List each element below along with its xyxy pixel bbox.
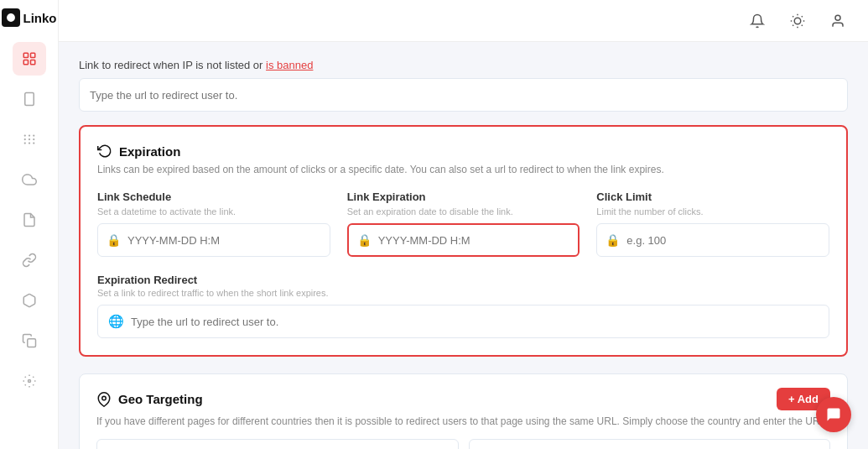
expiration-redirect-label: Expiration Redirect bbox=[97, 274, 829, 286]
topbar bbox=[59, 0, 868, 42]
lock-icon-clicks: 🔒 bbox=[606, 233, 620, 247]
link-schedule-sublabel: Set a datetime to activate the link. bbox=[97, 206, 330, 217]
svg-point-16 bbox=[794, 18, 801, 24]
geo-targeting-section: Geo Targeting + Add If you have differen… bbox=[79, 373, 848, 449]
svg-point-9 bbox=[28, 134, 29, 136]
lock-icon-expiration: 🔒 bbox=[357, 233, 372, 247]
geo-heading: Geo Targeting bbox=[118, 392, 203, 406]
link-expiration-sublabel: Set an expiration date to disable the li… bbox=[347, 206, 580, 217]
link-schedule-field: Link Schedule Set a datetime to activate… bbox=[97, 191, 330, 257]
svg-point-26 bbox=[102, 396, 107, 400]
sidebar-item-dots[interactable] bbox=[13, 123, 46, 156]
link-expiration-input-wrapper: 🔒 bbox=[347, 223, 580, 257]
svg-point-11 bbox=[23, 142, 25, 144]
svg-line-24 bbox=[802, 16, 803, 17]
svg-rect-3 bbox=[30, 60, 34, 65]
sidebar-item-page[interactable] bbox=[13, 203, 46, 237]
click-limit-sublabel: Limit the number of clicks. bbox=[596, 206, 829, 217]
state-select[interactable]: All States ▼ bbox=[469, 439, 831, 449]
sun-icon[interactable] bbox=[784, 8, 811, 34]
geo-header: Geo Targeting + Add bbox=[96, 388, 830, 410]
svg-point-7 bbox=[33, 138, 34, 140]
sidebar-item-copy[interactable] bbox=[13, 324, 46, 358]
svg-point-6 bbox=[28, 138, 29, 140]
geo-title: Geo Targeting bbox=[96, 392, 203, 407]
chat-icon bbox=[826, 407, 841, 422]
expiration-heading: Expiration bbox=[119, 144, 180, 159]
redirect-url-input[interactable] bbox=[90, 89, 837, 102]
expiration-redirect-input[interactable] bbox=[131, 316, 819, 328]
svg-rect-0 bbox=[23, 53, 28, 57]
globe-icon: 🌐 bbox=[108, 314, 124, 329]
sidebar-item-settings[interactable] bbox=[13, 364, 46, 398]
expiration-redirect-section: Expiration Redirect Set a link to redire… bbox=[97, 274, 829, 338]
svg-point-10 bbox=[33, 134, 34, 136]
chat-button[interactable] bbox=[816, 397, 851, 432]
logo-icon bbox=[2, 8, 20, 27]
svg-point-5 bbox=[23, 138, 25, 140]
svg-line-20 bbox=[802, 24, 803, 25]
svg-point-25 bbox=[835, 15, 840, 20]
link-schedule-input[interactable] bbox=[127, 234, 321, 247]
svg-rect-4 bbox=[24, 93, 34, 106]
expiration-description: Links can be expired based on the amount… bbox=[97, 164, 829, 175]
expiration-grid: Link Schedule Set a datetime to activate… bbox=[97, 191, 829, 257]
expiration-card: Expiration Links can be expired based on… bbox=[79, 125, 848, 357]
geo-description: If you have different pages for differen… bbox=[96, 415, 830, 427]
click-limit-input-wrapper: 🔒 bbox=[596, 223, 829, 257]
svg-point-8 bbox=[23, 134, 25, 136]
sidebar: Linko bbox=[0, 0, 59, 449]
svg-point-12 bbox=[28, 142, 29, 144]
svg-rect-1 bbox=[30, 53, 34, 57]
link-schedule-input-wrapper: 🔒 bbox=[97, 223, 330, 257]
sidebar-item-link[interactable] bbox=[13, 243, 46, 277]
main-content: Link to redirect when IP is not listed o… bbox=[59, 42, 868, 449]
brand-name: Linko bbox=[23, 11, 57, 25]
redirect-label: Link to redirect when IP is not listed o… bbox=[79, 59, 848, 71]
refresh-icon bbox=[97, 144, 112, 159]
sidebar-item-links[interactable] bbox=[13, 82, 46, 116]
svg-line-19 bbox=[793, 16, 793, 17]
country-select[interactable]: United States ▼ bbox=[96, 439, 459, 449]
sidebar-item-3d[interactable] bbox=[13, 284, 46, 317]
sidebar-item-home[interactable] bbox=[13, 42, 46, 76]
click-limit-field: Click Limit Limit the number of clicks. … bbox=[596, 191, 829, 257]
sidebar-item-cloud[interactable] bbox=[13, 163, 46, 196]
link-expiration-field: Link Expiration Set an expiration date t… bbox=[347, 191, 580, 257]
link-schedule-label: Link Schedule bbox=[97, 191, 330, 203]
click-limit-input[interactable] bbox=[626, 234, 820, 247]
brand-logo: Linko bbox=[0, 8, 64, 27]
bell-icon[interactable] bbox=[744, 8, 771, 34]
lock-icon-schedule: 🔒 bbox=[107, 233, 121, 247]
redirect-url-wrapper bbox=[79, 78, 848, 112]
click-limit-label: Click Limit bbox=[596, 191, 829, 203]
user-icon[interactable] bbox=[824, 8, 851, 34]
svg-point-13 bbox=[33, 142, 34, 144]
link-expiration-input[interactable] bbox=[378, 234, 570, 247]
link-expiration-label: Link Expiration bbox=[347, 191, 580, 203]
geo-row: United States ▼ All States ▼ bbox=[96, 439, 830, 449]
svg-point-15 bbox=[28, 380, 30, 383]
svg-rect-14 bbox=[27, 339, 35, 347]
svg-rect-2 bbox=[23, 60, 28, 65]
expiration-redirect-sublabel: Set a link to redirect traffic to when t… bbox=[97, 288, 829, 298]
svg-line-23 bbox=[793, 24, 793, 25]
expiration-title: Expiration bbox=[97, 144, 829, 159]
location-icon bbox=[96, 392, 112, 407]
expiration-redirect-input-wrapper: 🌐 bbox=[97, 305, 829, 338]
